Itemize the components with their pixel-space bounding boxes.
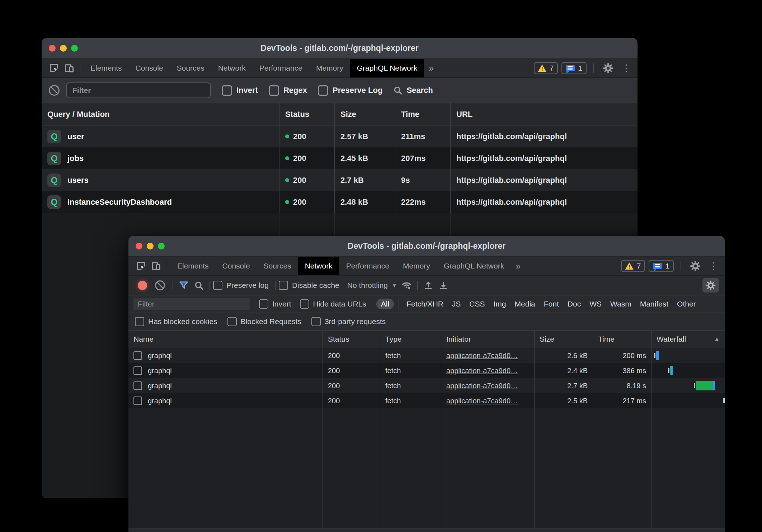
titlebar[interactable]: DevTools - gitlab.com/-/graphql-explorer xyxy=(42,38,638,59)
column-header-waterfall[interactable]: Waterfall ▲ xyxy=(652,331,725,348)
regex-checkbox[interactable] xyxy=(269,85,279,96)
table-row[interactable]: graphql 200 fetch application-a7ca9d0… 2… xyxy=(128,393,725,408)
table-row[interactable]: Quser 200 2.57 kB 211ms https://gitlab.c… xyxy=(42,125,638,147)
row-checkbox[interactable] xyxy=(133,396,142,405)
initiator-link[interactable]: application-a7ca9d0… xyxy=(446,352,518,360)
column-header-time[interactable]: Time xyxy=(395,103,451,125)
tab-performance[interactable]: Performance xyxy=(253,59,309,77)
table-row[interactable]: graphql 200 fetch application-a7ca9d0… 2… xyxy=(128,378,725,393)
table-row[interactable]: graphql 200 fetch application-a7ca9d0… 2… xyxy=(128,348,725,363)
zoom-button[interactable] xyxy=(71,45,78,52)
chip-all[interactable]: All xyxy=(376,299,394,309)
kebab-menu-icon[interactable]: ⋮ xyxy=(619,63,633,73)
chip-js[interactable]: JS xyxy=(448,300,465,308)
close-button[interactable] xyxy=(49,45,56,52)
row-checkbox[interactable] xyxy=(133,381,142,390)
preserve-log-option[interactable]: Preserve Log xyxy=(318,85,382,96)
column-header-name[interactable]: Name xyxy=(128,331,323,348)
network-settings-gear[interactable] xyxy=(702,278,719,293)
table-row[interactable]: Qjobs 200 2.45 kB 207ms https://gitlab.c… xyxy=(42,147,638,169)
warnings-badge[interactable]: 7 xyxy=(534,62,558,74)
clear-icon[interactable] xyxy=(155,280,165,290)
chip-manifest[interactable]: Manifest xyxy=(636,300,673,308)
chip-wasm[interactable]: Wasm xyxy=(606,300,636,308)
table-row[interactable]: Qusers 200 2.7 kB 9s https://gitlab.com/… xyxy=(42,169,638,191)
network-conditions-icon[interactable] xyxy=(399,279,414,292)
column-header-url[interactable]: URL xyxy=(451,103,638,125)
column-header-status[interactable]: Status xyxy=(323,331,380,348)
chip-other[interactable]: Other xyxy=(673,300,700,308)
tab-graphql-network[interactable]: GraphQL Network xyxy=(437,257,511,275)
tab-performance[interactable]: Performance xyxy=(339,257,396,275)
preserve-log-checkbox[interactable] xyxy=(318,85,328,96)
invert-option[interactable]: Invert xyxy=(259,299,291,309)
messages-badge[interactable]: 1 xyxy=(649,260,674,272)
minimize-button[interactable] xyxy=(60,45,67,52)
filter-input[interactable]: Filter xyxy=(66,82,211,98)
filter-funnel-icon[interactable] xyxy=(176,279,191,292)
column-header-query[interactable]: Query / Mutation xyxy=(42,103,279,125)
device-toolbar-icon[interactable] xyxy=(149,259,164,273)
warnings-badge[interactable]: 7 xyxy=(621,260,645,272)
chip-doc[interactable]: Doc xyxy=(563,300,585,308)
clear-icon[interactable] xyxy=(49,85,60,96)
inspect-element-icon[interactable] xyxy=(133,259,149,273)
export-har-icon[interactable] xyxy=(436,279,451,292)
close-button[interactable] xyxy=(136,243,142,250)
device-toolbar-icon[interactable] xyxy=(62,61,77,75)
tab-network[interactable]: Network xyxy=(298,257,339,275)
minimize-button[interactable] xyxy=(147,243,154,250)
settings-gear-icon[interactable] xyxy=(601,61,616,75)
record-button[interactable] xyxy=(138,281,147,290)
chip-font[interactable]: Font xyxy=(540,300,563,308)
preserve-log-option[interactable]: Preserve log xyxy=(213,281,269,290)
invert-checkbox[interactable] xyxy=(222,85,232,96)
option-checkbox[interactable] xyxy=(227,317,237,326)
invert-option[interactable]: Invert xyxy=(222,85,258,96)
chip-css[interactable]: CSS xyxy=(465,300,489,308)
zoom-button[interactable] xyxy=(158,243,165,250)
hide-data-urls-option[interactable]: Hide data URLs xyxy=(300,299,366,309)
tab-graphql-network[interactable]: GraphQL Network xyxy=(350,59,424,77)
tab-memory[interactable]: Memory xyxy=(396,257,437,275)
disable-cache-checkbox[interactable] xyxy=(279,281,288,290)
column-header-status[interactable]: Status xyxy=(279,103,335,125)
tab-elements[interactable]: Elements xyxy=(170,257,216,275)
chip-img[interactable]: Img xyxy=(489,300,511,308)
initiator-link[interactable]: application-a7ca9d0… xyxy=(446,382,518,390)
table-row[interactable]: QinstanceSecurityDashboard 200 2.48 kB 2… xyxy=(42,191,638,213)
tab-memory[interactable]: Memory xyxy=(309,59,350,77)
option-has-blocked-cookies[interactable]: Has blocked cookies xyxy=(135,317,217,326)
table-row[interactable]: graphql 200 fetch application-a7ca9d0… 2… xyxy=(128,363,725,378)
inspect-element-icon[interactable] xyxy=(47,61,62,75)
column-header-initiator[interactable]: Initiator xyxy=(441,331,535,348)
messages-badge[interactable]: 1 xyxy=(561,62,587,74)
column-header-size[interactable]: Size xyxy=(335,103,395,125)
option-checkbox[interactable] xyxy=(135,317,144,326)
more-tabs-icon[interactable]: » xyxy=(424,63,438,73)
import-har-icon[interactable] xyxy=(421,279,436,292)
titlebar[interactable]: DevTools - gitlab.com/-/graphql-explorer xyxy=(128,236,725,257)
tab-sources[interactable]: Sources xyxy=(170,59,211,77)
tab-network[interactable]: Network xyxy=(211,59,253,77)
disable-cache-option[interactable]: Disable cache xyxy=(279,281,339,290)
regex-option[interactable]: Regex xyxy=(269,85,307,96)
tab-console[interactable]: Console xyxy=(216,257,257,275)
search-icon[interactable] xyxy=(191,279,206,292)
tab-console[interactable]: Console xyxy=(129,59,170,77)
option-3rd-party-requests[interactable]: 3rd-party requests xyxy=(311,317,386,326)
filter-input[interactable]: Filter xyxy=(133,298,250,310)
initiator-link[interactable]: application-a7ca9d0… xyxy=(446,367,518,375)
preserve-log-checkbox[interactable] xyxy=(213,281,222,290)
hide-data-urls-checkbox[interactable] xyxy=(300,299,309,309)
column-header-time[interactable]: Time xyxy=(593,331,652,348)
column-header-size[interactable]: Size xyxy=(535,331,593,348)
tab-sources[interactable]: Sources xyxy=(257,257,298,275)
throttling-select[interactable]: No throttling ▾ xyxy=(347,281,396,290)
settings-gear-icon[interactable] xyxy=(688,259,703,273)
initiator-link[interactable]: application-a7ca9d0… xyxy=(446,397,518,405)
kebab-menu-icon[interactable]: ⋮ xyxy=(706,261,720,271)
option-checkbox[interactable] xyxy=(311,317,321,326)
column-header-type[interactable]: Type xyxy=(380,331,441,348)
tab-elements[interactable]: Elements xyxy=(84,59,129,77)
